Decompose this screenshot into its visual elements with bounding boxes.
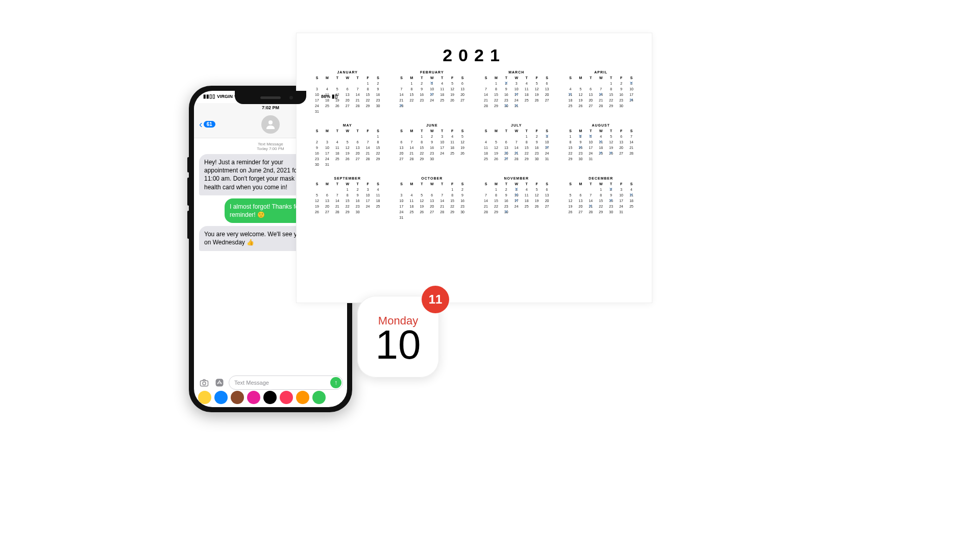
- appstore-icon[interactable]: [213, 377, 226, 389]
- month-october: OCTOBERSMTWTFS12345678910111213141516171…: [397, 177, 468, 220]
- month-december: DECEMBERSMTWTFS1234567891011121314151617…: [566, 177, 637, 220]
- month-february: FEBRUARYSMTWTFS1234567891011121314151617…: [397, 70, 468, 114]
- imessage-app-5[interactable]: [280, 391, 293, 404]
- battery-percent: 86%: [321, 94, 330, 99]
- message-placeholder: Text Message: [234, 380, 269, 386]
- year-title: 2021: [312, 45, 636, 65]
- signal-icon: ▮▮▯▯: [203, 94, 215, 99]
- month-august: AUGUSTSMTWTFS123456789101112131415161718…: [566, 123, 637, 167]
- month-july: JULYSMTWTFS12345678910111213141516171819…: [481, 123, 552, 167]
- month-january: JANUARYSMTWTFS12345678910111213141516171…: [312, 70, 383, 114]
- svg-rect-3: [216, 379, 224, 387]
- month-april: APRILSMTWTFS1234567891011121314151617181…: [566, 70, 637, 114]
- month-september: SEPTEMBERSMTWTFS123456789101112131415161…: [312, 177, 383, 220]
- year-calendar-poster: 2021 JANUARYSMTWTFS123456789101112131415…: [296, 33, 652, 303]
- month-march: MARCHSMTWTFS1234567891011121314151617181…: [481, 70, 552, 114]
- imessage-app-1[interactable]: [214, 391, 228, 404]
- battery-icon: ▮▯: [332, 94, 338, 99]
- message-input[interactable]: Text Message ↑: [229, 375, 343, 390]
- month-may: MAYSMTWTFS123456789101112131415161718192…: [312, 123, 383, 167]
- message-input-bar: Text Message ↑: [194, 375, 347, 390]
- carrier-label: VIRGIN: [217, 94, 233, 99]
- imessage-app-2[interactable]: [231, 391, 244, 404]
- notification-badge: 11: [422, 286, 449, 313]
- contact-avatar[interactable]: [261, 115, 280, 134]
- svg-point-0: [268, 120, 273, 124]
- month-june: JUNESMTWTFS12345678910111213141516171819…: [397, 123, 468, 167]
- send-button[interactable]: ↑: [330, 377, 341, 388]
- back-badge: 61: [204, 121, 215, 128]
- imessage-app-4[interactable]: [263, 391, 277, 404]
- back-button[interactable]: ‹ 61: [199, 118, 215, 130]
- svg-point-2: [203, 382, 206, 385]
- imessage-app-0[interactable]: [198, 391, 211, 404]
- camera-icon[interactable]: [198, 377, 210, 389]
- imessage-app-row[interactable]: [194, 391, 347, 404]
- calendar-app-icon[interactable]: 11 Monday 10: [357, 296, 439, 378]
- status-time: 7:02 PM: [262, 105, 279, 110]
- phone-notch: [235, 91, 306, 104]
- month-november: NOVEMBERSMTWTFS1234567891011121314151617…: [481, 177, 552, 220]
- calendar-daynum: 10: [376, 325, 421, 364]
- imessage-app-7[interactable]: [312, 391, 326, 404]
- chevron-left-icon: ‹: [199, 118, 203, 130]
- imessage-app-3[interactable]: [247, 391, 260, 404]
- imessage-app-6[interactable]: [296, 391, 309, 404]
